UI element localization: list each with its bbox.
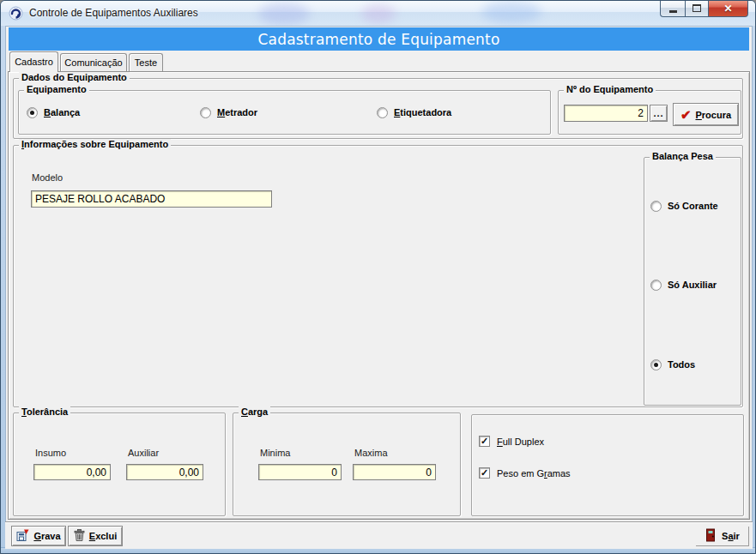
group-balanca-pesa-caption: Balança Pesa	[650, 151, 716, 161]
maxima-label: Maxima	[354, 448, 388, 458]
insumo-field[interactable]: 0,00	[33, 464, 111, 480]
group-numero-caption: Nº do Equipamento	[564, 84, 656, 94]
procura-button[interactable]: ✔ Procura	[673, 103, 739, 126]
checkbox-full-duplex[interactable]: ✓ Full Duplex	[479, 435, 544, 448]
radio-todos[interactable]: Todos	[650, 358, 695, 371]
group-informacoes-caption: Informações sobre Equipamento	[19, 139, 171, 149]
close-button[interactable]: ✕	[709, 0, 748, 17]
group-flags	[471, 414, 744, 516]
tab-comunicacao[interactable]: Comunicação	[60, 53, 127, 72]
tab-teste[interactable]: Teste	[129, 53, 163, 72]
radio-unselected-icon	[650, 201, 662, 212]
titlebar-glass-reflection	[361, 4, 396, 23]
form-header: Cadastramento de Equipamento	[9, 27, 749, 51]
radio-etiquetadora[interactable]: Etiquetadora	[377, 105, 451, 119]
maximize-button[interactable]	[685, 0, 709, 17]
browse-button[interactable]: ...	[650, 105, 668, 122]
group-tolerancia-caption: Tolerância	[19, 406, 70, 417]
maxima-field[interactable]: 0	[353, 464, 436, 480]
grava-button[interactable]: Grava	[11, 526, 66, 546]
maximize-icon	[692, 4, 701, 12]
app-logo-icon	[9, 6, 23, 21]
window-controls: ✕	[660, 0, 748, 17]
radio-unselected-icon	[377, 107, 388, 118]
radio-metrador[interactable]: Metrador	[200, 105, 257, 119]
radio-selected-icon	[27, 107, 38, 118]
radio-so-corante[interactable]: Só Corante	[650, 199, 718, 213]
window-title: Controle de Equipamentos Auxiliares	[29, 1, 198, 25]
auxiliar-label: Auxiliar	[128, 448, 159, 458]
titlebar-glass-reflection	[258, 3, 310, 25]
auxiliar-field[interactable]: 0,00	[126, 464, 203, 480]
sair-button[interactable]: Sair	[696, 527, 749, 546]
radio-unselected-icon	[650, 280, 662, 291]
group-informacoes: Informações sobre Equipamento	[13, 145, 743, 407]
save-icon	[16, 529, 29, 544]
titlebar-glass-reflection	[481, 1, 541, 23]
radio-unselected-icon	[200, 107, 211, 118]
app-window: Controle de Equipamentos Auxiliares ✕ Ca…	[0, 0, 756, 554]
form-title: Cadastramento de Equipamento	[257, 31, 499, 48]
checkbox-checked-icon: ✓	[479, 467, 490, 479]
radio-balanca[interactable]: Balança	[27, 105, 80, 119]
group-equipamento: Equipamento	[18, 90, 551, 135]
insumo-label: Insumo	[35, 448, 66, 458]
minima-field[interactable]: 0	[258, 464, 342, 480]
group-carga-caption: Carga	[239, 406, 270, 417]
exit-door-icon	[705, 528, 717, 544]
checkbox-checked-icon: ✓	[479, 436, 490, 447]
modelo-label: Modelo	[32, 172, 63, 183]
group-dados-caption: Dados do Equipamento	[19, 72, 130, 82]
trash-icon	[74, 529, 85, 543]
modelo-field[interactable]: PESAJE ROLLO ACABADO	[31, 190, 272, 208]
tab-cadastro[interactable]: Cadastro	[9, 51, 58, 72]
red-check-icon: ✔	[680, 108, 692, 121]
exclui-button[interactable]: Exclui	[68, 526, 123, 546]
radio-selected-icon	[650, 359, 662, 370]
radio-so-auxiliar[interactable]: Só Auxiliar	[650, 278, 717, 292]
minima-label: Minima	[260, 448, 290, 458]
close-icon: ✕	[723, 3, 732, 15]
checkbox-peso-em-gramas[interactable]: ✓ Peso em Gramas	[479, 467, 571, 479]
titlebar[interactable]: Controle de Equipamentos Auxiliares ✕	[1, 1, 756, 26]
minimize-button[interactable]	[660, 0, 685, 17]
group-equipamento-caption: Equipamento	[24, 84, 89, 94]
minimize-icon	[669, 10, 677, 13]
numero-equipamento-field[interactable]: 2	[564, 105, 648, 122]
bottom-toolbar: Grava Exclui	[5, 521, 753, 549]
